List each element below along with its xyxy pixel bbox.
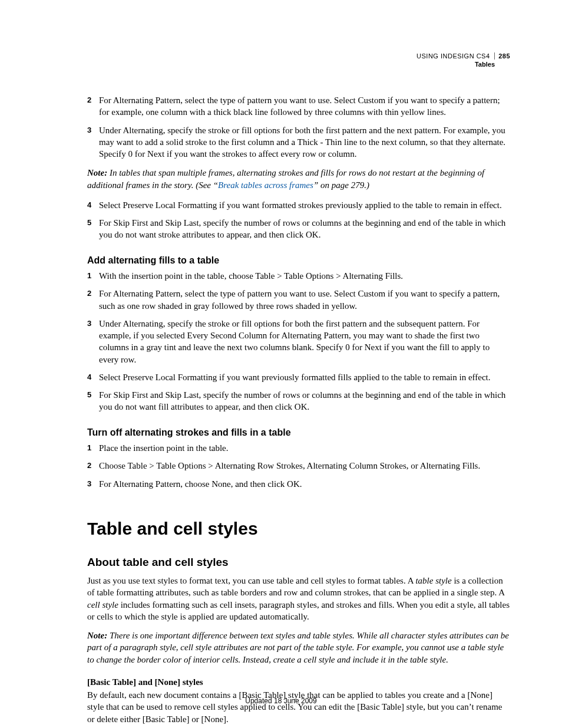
footer-updated: Updated 18 June 2009 <box>0 696 562 706</box>
step-number: 5 <box>87 389 99 413</box>
note-label: Note: <box>87 631 107 640</box>
note-paragraph: Note: In tables that span multiple frame… <box>87 167 510 191</box>
step-item: 1 Place the insertion point in the table… <box>87 442 510 454</box>
step-text: Select Preserve Local Formatting if you … <box>99 371 510 383</box>
topic-title: About table and cell styles <box>87 555 510 570</box>
step-text: Under Alternating, specify the stroke or… <box>99 124 510 160</box>
step-number: 2 <box>87 94 99 118</box>
steps-list: 4 Select Preserve Local Formatting if yo… <box>87 199 510 241</box>
step-item: 3 Under Alternating, specify the stroke … <box>87 124 510 160</box>
step-number: 2 <box>87 288 99 312</box>
step-text: For Skip First and Skip Last, specify th… <box>99 389 510 413</box>
body-paragraph: By default, each new document contains a… <box>87 689 510 725</box>
run-in-heading: [Basic Table] and [None] styles <box>87 676 510 688</box>
content: 2 For Alternating Pattern, select the ty… <box>87 52 510 725</box>
step-number: 5 <box>87 217 99 241</box>
step-item: 2 For Alternating Pattern, select the ty… <box>87 94 510 118</box>
note-label: Note: <box>87 168 107 177</box>
step-item: 3 Under Alternating, specify the stroke … <box>87 318 510 365</box>
steps-list: 1 Place the insertion point in the table… <box>87 442 510 490</box>
step-item: 2 For Alternating Pattern, select the ty… <box>87 288 510 312</box>
chapter-name: Tables <box>416 60 510 68</box>
step-number: 1 <box>87 270 99 282</box>
note-paragraph: Note: There is one important difference … <box>87 630 510 666</box>
step-text: Select Preserve Local Formatting if you … <box>99 199 510 211</box>
subheading: Add alternating fills to a table <box>87 254 510 267</box>
step-item: 2 Choose Table > Table Options > Alterna… <box>87 460 510 472</box>
running-header: USING INDESIGN CS4 285 Tables <box>416 52 510 69</box>
step-item: 5 For Skip First and Skip Last, specify … <box>87 217 510 241</box>
step-text: For Alternating Pattern, select the type… <box>99 288 510 312</box>
step-item: 5 For Skip First and Skip Last, specify … <box>87 389 510 413</box>
step-text: Choose Table > Table Options > Alternati… <box>99 460 510 472</box>
step-text: Place the insertion point in the table. <box>99 442 510 454</box>
page: USING INDESIGN CS4 285 Tables 2 For Alte… <box>0 0 562 728</box>
step-item: 1 With the insertion point in the table,… <box>87 270 510 282</box>
step-item: 4 Select Preserve Local Formatting if yo… <box>87 199 510 211</box>
term: table style <box>415 576 451 585</box>
note-body: In tables that span multiple frames, alt… <box>87 168 484 189</box>
steps-list: 2 For Alternating Pattern, select the ty… <box>87 94 510 160</box>
product-name: USING INDESIGN CS4 <box>416 52 490 60</box>
step-text: For Skip First and Skip Last, specify th… <box>99 217 510 241</box>
note-body: There is one important difference betwee… <box>87 631 509 664</box>
step-number: 4 <box>87 199 99 211</box>
step-number: 1 <box>87 442 99 454</box>
step-text: Under Alternating, specify the stroke or… <box>99 318 510 365</box>
subheading: Turn off alternating strokes and fills i… <box>87 426 510 439</box>
body-text: Just as you use text styles to format te… <box>87 576 415 585</box>
step-number: 3 <box>87 124 99 160</box>
step-number: 3 <box>87 318 99 365</box>
step-item: 3 For Alternating Pattern, choose None, … <box>87 478 510 490</box>
step-text: For Alternating Pattern, choose None, an… <box>99 478 510 490</box>
step-number: 3 <box>87 478 99 490</box>
cross-reference-link[interactable]: Break tables across frames <box>218 180 313 190</box>
section-title: Table and cell styles <box>87 517 510 541</box>
step-number: 4 <box>87 371 99 383</box>
body-text: includes formatting such as cell insets,… <box>87 600 510 621</box>
step-text: For Alternating Pattern, select the type… <box>99 94 510 118</box>
page-number: 285 <box>494 52 510 60</box>
body-paragraph: Just as you use text styles to format te… <box>87 575 510 622</box>
step-number: 2 <box>87 460 99 472</box>
term: cell style <box>87 600 118 610</box>
note-text: ” on page 279.) <box>313 180 369 190</box>
step-item: 4 Select Preserve Local Formatting if yo… <box>87 371 510 383</box>
step-text: With the insertion point in the table, c… <box>99 270 510 282</box>
steps-list: 1 With the insertion point in the table,… <box>87 270 510 413</box>
